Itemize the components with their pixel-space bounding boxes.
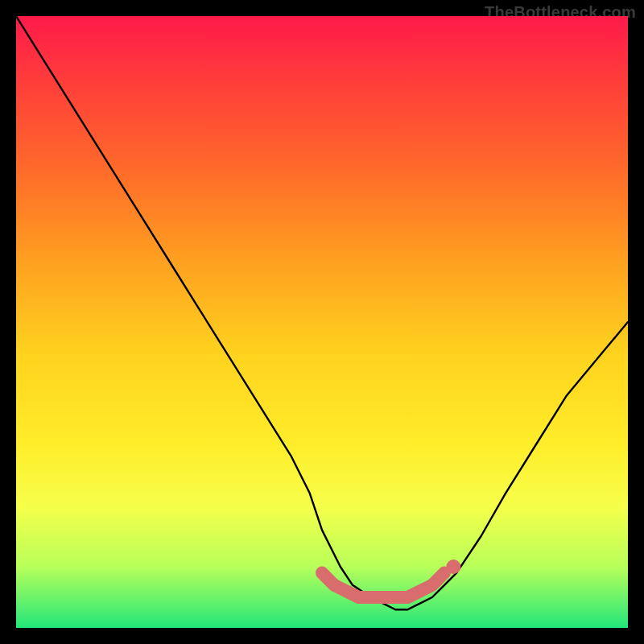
chart-frame: TheBottleneck.com — [0, 0, 644, 644]
optimal-band-marker — [322, 573, 444, 597]
plot-area — [16, 16, 628, 628]
optimal-band-end-dot — [446, 559, 460, 574]
curve-layer — [16, 16, 628, 628]
bottleneck-curve — [16, 16, 628, 609]
